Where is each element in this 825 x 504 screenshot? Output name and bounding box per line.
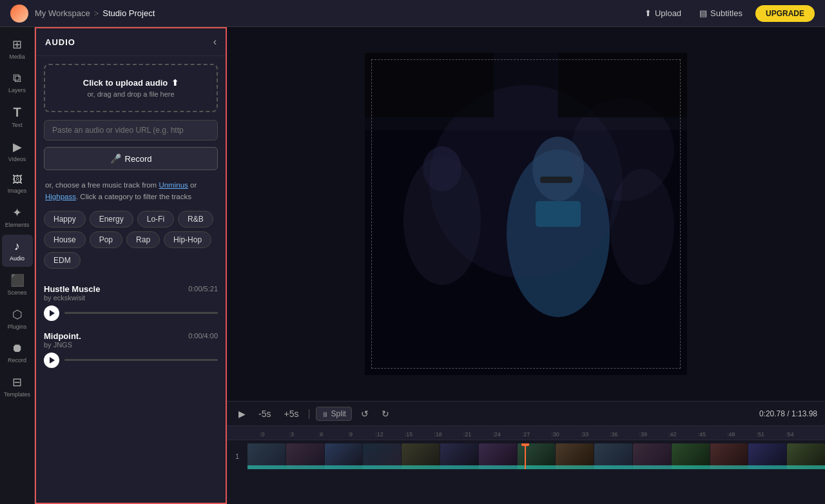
svg-rect-12 [558, 53, 687, 117]
ruler-6: :6 [306, 431, 335, 438]
record-button[interactable]: 🎤 Record [44, 147, 218, 170]
video-frame [365, 53, 687, 375]
sidebar-label-audio: Audio [10, 255, 24, 262]
track-top-1: Midpoint. 0:00/4:00 [44, 331, 218, 341]
free-music-text: or, choose a free music track from Unmin… [36, 179, 226, 211]
layers-icon: ⧉ [13, 72, 21, 85]
audio-upload-area[interactable]: Click to upload audio ⬆ or, drag and dro… [44, 64, 218, 112]
track-play-0[interactable] [44, 305, 59, 321]
track-item-1[interactable]: Midpoint. 0:00/4:00 by JNGS [36, 326, 226, 373]
sidebar-item-audio[interactable]: ♪ Audio [2, 235, 33, 267]
ruler-21: :21 [452, 431, 481, 438]
panel-header: AUDIO ‹ [36, 28, 226, 56]
panel-title: AUDIO [45, 37, 75, 47]
ruler-54: :54 [775, 431, 804, 438]
url-input[interactable] [44, 120, 218, 141]
tag-lofi[interactable]: Lo-Fi [137, 211, 174, 228]
sidebar-item-record[interactable]: ⏺ Record [2, 336, 33, 369]
timeline-section: ▶ -5s +5s | ⫼ Split ↺ ↻ 0:20.78 / 1:13.9… [227, 401, 825, 504]
upload-button[interactable]: ⬆ Upload [639, 6, 686, 21]
ruler-33: :33 [570, 431, 599, 438]
topbar-actions: ⬆ Upload ▤ Subtitles UPGRADE [639, 5, 815, 22]
tag-pop[interactable]: Pop [90, 231, 122, 248]
images-icon: 🖼 [12, 174, 23, 186]
ruler-27: :27 [511, 431, 540, 438]
track-controls-1 [44, 353, 218, 368]
sidebar-label-text: Text [12, 122, 23, 128]
audio-icon: ♪ [14, 240, 20, 253]
sidebar-item-elements[interactable]: ✦ Elements [2, 200, 33, 233]
tag-edm[interactable]: EDM [44, 252, 81, 269]
video-preview [227, 27, 825, 401]
sidebar-item-templates[interactable]: ⊟ Templates [2, 370, 33, 403]
tl-separator: | [307, 408, 310, 420]
timeline-ruler: :0 :3 :6 :9 :12 :15 :18 :21 :24 :27 :30 … [227, 426, 825, 440]
center-content: ▶ -5s +5s | ⫼ Split ↺ ↻ 0:20.78 / 1:13.9… [227, 27, 825, 504]
track-item-0[interactable]: Hustle Muscle 0:00/5:21 by eckskwisit [36, 279, 226, 326]
workspace-link[interactable]: My Workspace [35, 8, 90, 18]
track-author-1: by JNGS [44, 341, 218, 349]
track-top-0: Hustle Muscle 0:00/5:21 [44, 284, 218, 294]
track-name-0: Hustle Muscle [44, 284, 100, 294]
project-name: Studio Project [102, 8, 155, 18]
upload-main-text: Click to upload audio ⬆ [58, 78, 204, 88]
sidebar-item-text[interactable]: T Text [2, 100, 33, 133]
text-icon: T [13, 105, 21, 120]
ruler-39: :39 [628, 431, 657, 438]
highpass-link[interactable]: Highpass [45, 193, 76, 200]
ruler-12: :12 [365, 431, 394, 438]
tag-energy[interactable]: Energy [90, 211, 133, 228]
sidebar-label-layers: Layers [8, 87, 26, 93]
breadcrumb-sep: > [94, 8, 99, 18]
upgrade-button[interactable]: UPGRADE [755, 5, 815, 22]
play-button[interactable]: ▶ [235, 407, 249, 420]
category-tags: Happy Energy Lo-Fi R&B House Pop Rap Hip… [36, 211, 226, 276]
elements-icon: ✦ [12, 206, 22, 220]
track-play-1[interactable] [44, 353, 59, 368]
track-number-1: 1 [227, 452, 248, 460]
tag-rap[interactable]: Rap [126, 231, 160, 248]
sidebar-item-images[interactable]: 🖼 Images [2, 169, 33, 199]
ruler-51: :51 [746, 431, 775, 438]
tag-hiphop[interactable]: Hip-Hop [164, 231, 211, 248]
playhead-handle [521, 443, 529, 446]
track-progress-bar-1 [64, 359, 218, 361]
redo-button[interactable]: ↻ [378, 407, 393, 420]
track-content-1[interactable] [248, 443, 825, 469]
sidebar-label-record: Record [8, 357, 26, 363]
topbar: My Workspace > Studio Project ⬆ Upload ▤… [0, 0, 825, 27]
undo-button[interactable]: ↺ [357, 407, 373, 420]
sidebar-item-scenes[interactable]: ⬛ Scenes [2, 268, 33, 301]
playhead[interactable] [525, 443, 526, 469]
sidebar-item-videos[interactable]: ▶ Videos [2, 135, 33, 168]
ruler-9: :9 [335, 431, 364, 438]
upload-sub-text: or, drag and drop a file here [58, 90, 204, 98]
ruler-42: :42 [658, 431, 687, 438]
sidebar-label-plugins: Plugins [8, 324, 27, 330]
track-author-0: by eckskwisit [44, 294, 218, 302]
sidebar-label-scenes: Scenes [7, 289, 26, 296]
upload-icon: ⬆ [645, 8, 652, 18]
videos-icon: ▶ [13, 140, 22, 154]
tag-happy[interactable]: Happy [44, 211, 86, 228]
icon-sidebar: ⊞ Media ⧉ Layers T Text ▶ Videos 🖼 Image… [0, 27, 35, 504]
tag-rnb[interactable]: R&B [178, 211, 213, 228]
sidebar-item-media[interactable]: ⊞ Media [2, 32, 33, 65]
tag-house[interactable]: House [44, 231, 86, 248]
record-icon: ⏺ [12, 342, 23, 355]
track-duration-1: 0:00/4:00 [188, 332, 218, 340]
sidebar-item-plugins[interactable]: ⬡ Plugins [2, 302, 33, 335]
sidebar-item-layers[interactable]: ⧉ Layers [2, 66, 33, 99]
templates-icon: ⊟ [12, 375, 22, 389]
split-button[interactable]: ⫼ Split [316, 407, 352, 421]
subtitles-button[interactable]: ▤ Subtitles [694, 6, 748, 21]
plus5-button[interactable]: +5s [280, 407, 302, 420]
upload-arrow-icon: ⬆ [171, 78, 179, 88]
teal-audio-bar [248, 465, 825, 469]
minus5-button[interactable]: -5s [255, 407, 275, 420]
panel-close-button[interactable]: ‹ [213, 36, 217, 48]
track-list: Hustle Muscle 0:00/5:21 by eckskwisit Mi… [36, 276, 226, 376]
unminus-link[interactable]: Unminus [159, 181, 188, 189]
ruler-marks: :0 :3 :6 :9 :12 :15 :18 :21 :24 :27 :30 … [227, 431, 825, 438]
ruler-24: :24 [482, 431, 511, 438]
